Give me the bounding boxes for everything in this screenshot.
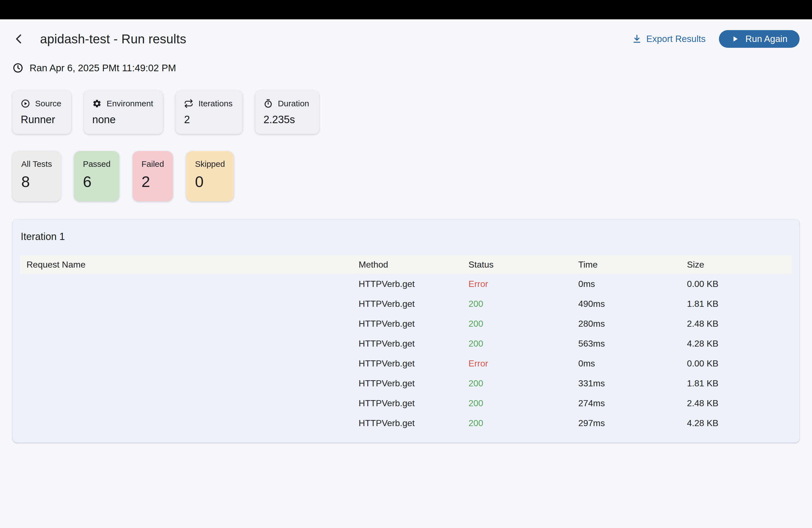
column-header-method: Method [359,260,469,270]
play-icon [731,35,739,43]
page-content: apidash-test - Run results Export Result… [0,30,812,443]
table-row[interactable]: HTTPVerb.get 200 280ms 2.48 KB [20,314,792,334]
cell-time: 0ms [578,358,687,369]
table-row[interactable]: HTTPVerb.get 200 274ms 2.48 KB [20,393,792,413]
cell-time: 331ms [578,378,687,388]
run-again-button[interactable]: Run Again [719,30,800,48]
summary-card-skipped[interactable]: Skipped 0 [186,151,234,201]
iteration-results-panel: Iteration 1 Request Name Method Status T… [12,219,800,443]
cell-time: 490ms [578,299,687,309]
table-body: HTTPVerb.get Error 0ms 0.00 KB HTTPVerb.… [20,274,792,433]
info-card-label: Environment [106,99,153,108]
table-row[interactable]: HTTPVerb.get 200 331ms 1.81 KB [20,373,792,393]
export-results-label: Export Results [646,34,706,44]
cell-status: 200 [468,339,578,349]
cell-status: 200 [468,319,578,329]
column-header-size: Size [687,260,792,270]
header-actions: Export Results Run Again [632,30,800,48]
info-card-label: Duration [278,99,309,108]
info-card-value: Runner [21,114,61,126]
cell-size: 2.48 KB [687,398,792,408]
cell-time: 0ms [578,279,687,289]
info-card-value: 2.235s [263,114,309,126]
cell-method: HTTPVerb.get [359,319,469,329]
export-results-button[interactable]: Export Results [632,34,706,44]
cell-status: 200 [468,418,578,428]
table-row[interactable]: HTTPVerb.get 200 297ms 4.28 KB [20,413,792,433]
info-card-source: Source Runner [12,91,71,134]
run-again-label: Run Again [745,34,787,44]
run-info-cards: Source Runner Environment none Iteration… [12,91,800,134]
summary-card-all-tests[interactable]: All Tests 8 [12,151,61,201]
cell-size: 0.00 KB [687,279,792,289]
column-header-time: Time [578,260,687,270]
run-timestamp: Ran Apr 6, 2025 PMt 11:49:02 PM [12,62,800,73]
clock-icon [12,62,24,73]
info-card-environment: Environment none [84,91,163,134]
results-table: Request Name Method Status Time Size HTT… [20,255,792,433]
repeat-icon [184,99,193,108]
chevron-left-icon [13,33,25,45]
iteration-title: Iteration 1 [21,231,792,243]
column-header-request-name: Request Name [27,260,359,270]
summary-card-failed[interactable]: Failed 2 [133,151,173,201]
column-header-status: Status [468,260,578,270]
cell-size: 4.28 KB [687,418,792,428]
cell-method: HTTPVerb.get [359,418,469,428]
summary-card-value: 6 [83,173,111,191]
info-card-value: none [92,114,153,126]
cell-method: HTTPVerb.get [359,378,469,388]
cell-status: 200 [468,378,578,388]
summary-card-label: Passed [83,159,111,169]
table-row[interactable]: HTTPVerb.get Error 0ms 0.00 KB [20,274,792,294]
run-timestamp-text: Ran Apr 6, 2025 PMt 11:49:02 PM [30,62,176,73]
table-row[interactable]: HTTPVerb.get 200 563ms 4.28 KB [20,334,792,353]
info-card-label: Iterations [198,99,232,108]
cell-size: 2.48 KB [687,319,792,329]
page-header: apidash-test - Run results Export Result… [12,30,800,48]
cell-status: Error [468,358,578,369]
summary-card-value: 8 [21,173,52,191]
cell-time: 280ms [578,319,687,329]
cell-size: 4.28 KB [687,339,792,349]
cell-size: 1.81 KB [687,378,792,388]
cell-method: HTTPVerb.get [359,279,469,289]
summary-card-label: Skipped [195,159,225,169]
stopwatch-icon [263,99,273,108]
cell-size: 1.81 KB [687,299,792,309]
summary-cards: All Tests 8 Passed 6 Failed 2 Skipped 0 [12,151,800,201]
table-row[interactable]: HTTPVerb.get 200 490ms 1.81 KB [20,294,792,314]
cell-status: 200 [468,398,578,408]
info-card-duration: Duration 2.235s [255,91,319,134]
cell-method: HTTPVerb.get [359,398,469,408]
cell-method: HTTPVerb.get [359,339,469,349]
download-icon [632,34,642,44]
cell-time: 563ms [578,339,687,349]
summary-card-value: 2 [141,173,164,191]
cell-size: 0.00 KB [687,358,792,369]
cell-status: Error [468,279,578,289]
cell-status: 200 [468,299,578,309]
cell-time: 297ms [578,418,687,428]
back-button[interactable] [12,32,26,46]
summary-card-label: All Tests [21,159,52,169]
summary-card-passed[interactable]: Passed 6 [74,151,119,201]
info-card-value: 2 [184,114,232,126]
cell-time: 274ms [578,398,687,408]
table-header-row: Request Name Method Status Time Size [20,255,792,274]
summary-card-value: 0 [195,173,225,191]
top-black-bar [0,0,812,19]
cell-method: HTTPVerb.get [359,299,469,309]
cell-method: HTTPVerb.get [359,358,469,369]
info-card-iterations: Iterations 2 [176,91,242,134]
info-card-label: Source [35,99,61,108]
page-title: apidash-test - Run results [40,31,186,46]
play-circle-icon [21,99,30,108]
table-row[interactable]: HTTPVerb.get Error 0ms 0.00 KB [20,353,792,373]
gear-icon [92,99,102,108]
summary-card-label: Failed [141,159,164,169]
